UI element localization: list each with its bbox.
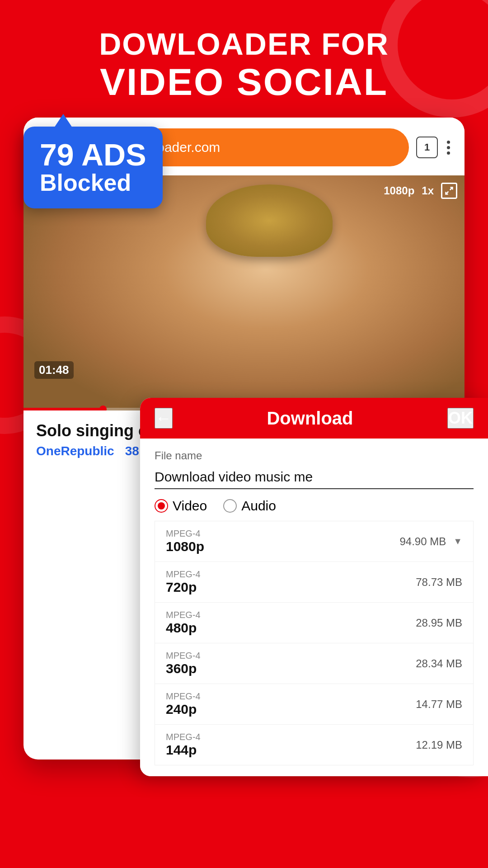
resolution-label: 1080p — [384, 184, 414, 197]
video-area[interactable]: 1080p 1x 01:48 — [23, 175, 465, 410]
video-radio-option[interactable]: Video — [155, 498, 207, 514]
quality-info: MPEG-4 480p — [166, 610, 201, 636]
file-name-label: File name — [155, 449, 474, 462]
header-main-line: VIDEO SOCIAL — [0, 61, 488, 103]
quality-right: 12.19 MB — [416, 739, 462, 751]
video-radio-inner — [158, 502, 165, 509]
download-ok-button[interactable]: OK — [447, 408, 474, 429]
speed-label: 1x — [422, 184, 434, 197]
quality-format: MPEG-4 — [166, 610, 201, 620]
quality-resolution: 360p — [166, 661, 201, 676]
ads-count: 79 ADS — [40, 139, 146, 170]
audio-radio-circle — [223, 499, 237, 513]
quality-format: MPEG-4 — [166, 651, 201, 661]
quality-right: 94.90 MB ▼ — [399, 535, 462, 548]
dropdown-arrow[interactable]: ▼ — [453, 536, 462, 547]
quality-size: 28.34 MB — [416, 657, 462, 670]
media-type-row: Video Audio — [155, 498, 474, 514]
quality-info: MPEG-4 240p — [166, 691, 201, 717]
header-top-line: DOWLOADER FOR — [0, 27, 488, 61]
video-timestamp: 01:48 — [34, 361, 74, 379]
quality-item[interactable]: MPEG-4 360p 28.34 MB — [155, 643, 473, 684]
quality-item[interactable]: MPEG-4 720p 78.73 MB — [155, 562, 473, 603]
audio-radio-label: Audio — [241, 498, 276, 514]
audio-radio-option[interactable]: Audio — [223, 498, 276, 514]
quality-resolution: 240p — [166, 702, 201, 717]
quality-format: MPEG-4 — [166, 732, 201, 742]
quality-right: 14.77 MB — [416, 698, 462, 711]
progress-dot — [99, 406, 107, 410]
quality-right: 28.95 MB — [416, 617, 462, 629]
quality-info: MPEG-4 720p — [166, 569, 201, 595]
quality-resolution: 480p — [166, 620, 201, 636]
header-section: DOWLOADER FOR VIDEO SOCIAL — [0, 27, 488, 103]
tab-button[interactable]: 1 — [416, 137, 438, 158]
menu-dots-button[interactable] — [445, 139, 452, 156]
video-controls-overlay: 1080p 1x — [384, 183, 457, 199]
quality-size: 28.95 MB — [416, 617, 462, 629]
quality-right: 28.34 MB — [416, 657, 462, 670]
quality-format: MPEG-4 — [166, 528, 204, 539]
fullscreen-icon[interactable] — [441, 183, 457, 199]
download-panel: ← Download OK File name Video Audio MPEG… — [140, 398, 488, 776]
video-radio-label: Video — [173, 498, 207, 514]
progress-bar-fill — [23, 408, 103, 410]
quality-info: MPEG-4 144p — [166, 732, 201, 758]
quality-info: MPEG-4 1080p — [166, 528, 204, 554]
quality-right: 78.73 MB — [416, 576, 462, 589]
quality-format: MPEG-4 — [166, 569, 201, 580]
dot3 — [447, 151, 450, 155]
video-radio-circle — [155, 499, 168, 513]
dot1 — [447, 141, 450, 144]
file-name-input[interactable] — [155, 466, 474, 489]
quality-size: 12.19 MB — [416, 739, 462, 751]
view-count: 38 — [125, 444, 139, 458]
tab-count: 1 — [424, 142, 430, 153]
quality-size: 14.77 MB — [416, 698, 462, 711]
dot2 — [447, 146, 450, 149]
download-header: ← Download OK — [140, 398, 488, 439]
download-body: File name Video Audio MPEG-4 1080p 94.90 — [140, 439, 488, 776]
quality-item[interactable]: MPEG-4 480p 28.95 MB — [155, 603, 473, 643]
browser-actions: 1 — [416, 137, 452, 158]
download-title: Download — [267, 408, 353, 429]
quality-size: 94.90 MB — [399, 535, 446, 548]
video-thumbnail — [23, 175, 465, 410]
quality-resolution: 720p — [166, 580, 201, 595]
quality-item[interactable]: MPEG-4 240p 14.77 MB — [155, 684, 473, 725]
ads-label: Blocked — [40, 170, 146, 196]
quality-size: 78.73 MB — [416, 576, 462, 589]
hat-overlay — [206, 184, 333, 257]
quality-item[interactable]: MPEG-4 1080p 94.90 MB ▼ — [155, 521, 473, 562]
quality-list: MPEG-4 1080p 94.90 MB ▼ MPEG-4 720p 78.7… — [155, 521, 474, 765]
quality-resolution: 144p — [166, 742, 201, 758]
quality-item[interactable]: MPEG-4 144p 12.19 MB — [155, 725, 473, 765]
quality-resolution: 1080p — [166, 539, 204, 554]
channel-name[interactable]: OneRepublic — [36, 444, 114, 458]
quality-info: MPEG-4 360p — [166, 651, 201, 676]
download-back-button[interactable]: ← — [155, 408, 173, 429]
ads-blocked-bubble: 79 ADS Blocked — [23, 127, 163, 208]
quality-format: MPEG-4 — [166, 691, 201, 702]
